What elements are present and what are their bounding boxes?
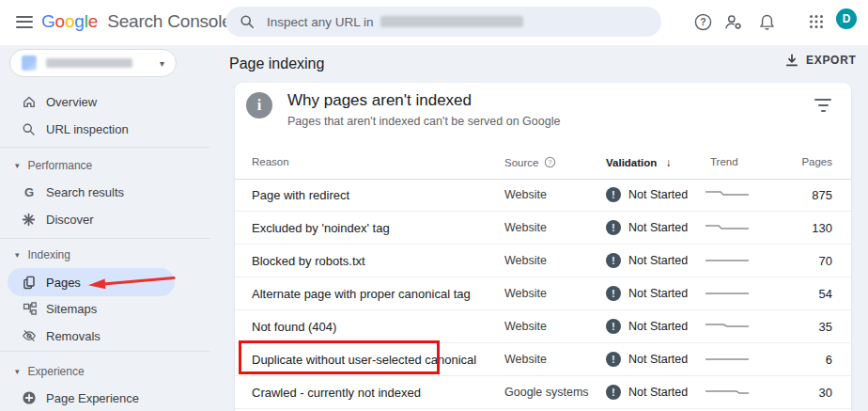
table-row[interactable]: Page with redirect Website ! Not Started…	[235, 179, 851, 212]
sidebar-item-page-experience[interactable]: Page Experience	[0, 385, 218, 411]
sidebar-item-url-inspection[interactable]: URL inspection	[0, 116, 218, 142]
reason-cell: Crawled - currently not indexed	[252, 386, 421, 400]
validation-cell: Not Started	[628, 320, 688, 333]
source-cell: Website	[504, 254, 547, 267]
logo-letter: g	[74, 11, 84, 31]
sidebar-item-pages[interactable]: Pages	[0, 269, 218, 295]
sidebar-section-indexing[interactable]: ▾ Indexing	[15, 247, 70, 262]
reason-cell: Alternate page with proper canonical tag	[252, 287, 471, 301]
not-started-exclamation-icon: !	[606, 319, 621, 334]
home-icon	[21, 94, 37, 110]
google-search-console-app: Google Search Console Inspect any URL in…	[0, 0, 868, 411]
pages-count-cell: 6	[778, 353, 832, 367]
url-inspect-search-input[interactable]: Inspect any URL in	[225, 7, 661, 37]
source-cell: Website	[504, 287, 547, 300]
pages-count-cell: 30	[778, 386, 832, 400]
card-title: Why pages aren't indexed	[287, 91, 472, 110]
logo-letter: e	[88, 11, 98, 31]
chevron-down-icon: ▾	[15, 367, 20, 376]
column-header-pages[interactable]: Pages	[778, 156, 832, 167]
app-logo[interactable]: Google Search Console	[41, 11, 232, 32]
validation-cell: Not Started	[628, 353, 688, 366]
reason-cell: Blocked by robots.txt	[252, 254, 365, 268]
sidebar-section-experience[interactable]: ▾ Experience	[15, 364, 85, 379]
sidebar-section-performance[interactable]: ▾ Performance	[15, 158, 92, 173]
top-bar: Google Search Console Inspect any URL in…	[0, 0, 868, 45]
table-row[interactable]: Alternate page with proper canonical tag…	[235, 277, 851, 310]
validation-cell: Not Started	[628, 221, 688, 234]
chevron-down-icon: ▾	[15, 250, 20, 260]
reason-cell: Page with redirect	[252, 188, 349, 202]
sidebar-item-overview[interactable]: Overview	[0, 88, 218, 115]
property-favicon	[22, 55, 37, 71]
notifications-bell-icon[interactable]	[754, 9, 779, 34]
sidebar-divider	[0, 238, 210, 239]
export-button[interactable]: EXPORT	[785, 54, 857, 67]
google-apps-grid-icon[interactable]	[804, 9, 829, 34]
discover-asterisk-icon	[21, 212, 37, 228]
property-selector[interactable]: ▾	[9, 49, 177, 77]
hamburger-menu-icon[interactable]	[16, 16, 33, 28]
validation-cell: Not Started	[628, 386, 688, 399]
source-cell: Website	[504, 320, 547, 333]
filter-icon[interactable]	[814, 99, 832, 112]
why-pages-arent-indexed-card: i Why pages aren't indexed Pages that ar…	[235, 83, 851, 411]
svg-text:?: ?	[700, 16, 705, 27]
validation-cell: Not Started	[628, 287, 688, 300]
column-header-trend[interactable]: Trend	[710, 156, 738, 167]
not-started-exclamation-icon: !	[606, 352, 621, 367]
sitemaps-icon	[21, 301, 37, 317]
sidebar-item-removals[interactable]: Removals	[0, 323, 218, 349]
column-header-validation[interactable]: Validation ↓	[606, 156, 672, 169]
pages-count-cell: 35	[778, 320, 832, 334]
sidebar-divider	[0, 147, 210, 148]
column-header-source[interactable]: Source ?	[504, 156, 556, 168]
table-row[interactable]: Crawled - currently not indexed Google s…	[235, 376, 851, 409]
help-circle-icon[interactable]: ?	[544, 156, 556, 168]
table-row[interactable]: Blocked by robots.txt Website ! Not Star…	[235, 245, 851, 277]
svg-text:?: ?	[549, 158, 552, 166]
trend-sparkline	[705, 387, 750, 398]
trend-sparkline	[705, 354, 750, 365]
download-icon	[785, 54, 798, 67]
account-avatar[interactable]: D	[836, 8, 857, 29]
not-started-exclamation-icon: !	[606, 253, 621, 268]
removals-eye-off-icon	[21, 328, 37, 344]
pages-count-cell: 54	[778, 287, 832, 301]
not-started-exclamation-icon: !	[606, 286, 621, 301]
pages-count-cell: 875	[778, 188, 832, 202]
help-icon[interactable]: ?	[690, 9, 715, 34]
redacted-property-url	[380, 16, 523, 27]
trend-sparkline	[705, 255, 750, 266]
sidebar-item-sitemaps[interactable]: Sitemaps	[0, 295, 218, 322]
reason-cell: Excluded by 'noindex' tag	[252, 221, 390, 235]
table-row[interactable]: Not found (404) Website ! Not Started 35	[235, 310, 851, 343]
table-row[interactable]: Excluded by 'noindex' tag Website ! Not …	[235, 212, 851, 245]
page-experience-icon	[21, 390, 37, 406]
chevron-down-icon: ▾	[160, 58, 164, 69]
source-cell: Website	[504, 353, 547, 366]
trend-sparkline	[705, 321, 750, 332]
validation-cell: Not Started	[628, 188, 688, 201]
source-cell: Website	[504, 188, 547, 201]
user-settings-icon[interactable]	[721, 9, 745, 34]
not-started-exclamation-icon: !	[606, 220, 621, 235]
info-icon: i	[246, 92, 272, 119]
sidebar-item-discover[interactable]: Discover	[0, 206, 218, 232]
search-icon	[21, 121, 37, 137]
pages-count-cell: 130	[778, 221, 832, 235]
svg-text:G: G	[23, 185, 33, 199]
card-subtitle: Pages that aren't indexed can't be serve…	[287, 115, 560, 128]
trend-sparkline	[705, 288, 750, 299]
not-started-exclamation-icon: !	[606, 187, 621, 202]
sidebar-item-search-results[interactable]: G Search results	[0, 179, 218, 205]
pages-count-cell: 70	[778, 254, 832, 268]
page-title: Page indexing	[229, 55, 324, 72]
not-started-exclamation-icon: !	[606, 385, 621, 400]
search-placeholder: Inspect any URL in	[267, 15, 374, 29]
validation-cell: Not Started	[628, 254, 688, 267]
g-icon: G	[21, 184, 37, 200]
column-header-reason[interactable]: Reason	[252, 156, 289, 167]
trend-sparkline	[705, 222, 750, 233]
table-row-highlighted[interactable]: Duplicate without user-selected canonica…	[235, 343, 851, 376]
